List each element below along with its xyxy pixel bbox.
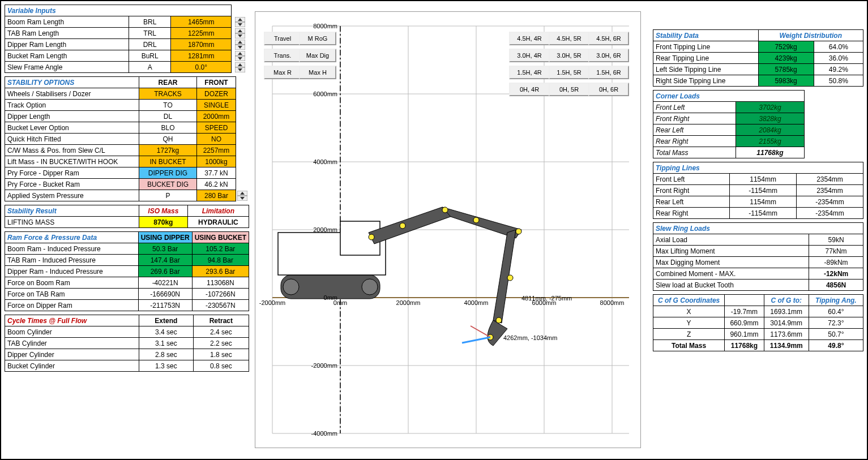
cg-a: 660.9mm	[725, 317, 764, 329]
so-rear[interactable]: TO	[139, 100, 197, 111]
svg-point-47	[369, 234, 374, 240]
excavator-diagram: 8000mm6000mm4000mm2000mm0mm-2000mm-4000m…	[255, 11, 641, 448]
cl-label: Front Right	[653, 113, 736, 124]
vi-value[interactable]: 1281mm	[171, 50, 232, 62]
cg-c: 50.7°	[809, 329, 863, 340]
diagram-position-button[interactable]: 1.5H, 4R	[509, 66, 550, 79]
cl-value: 2084kg	[736, 124, 805, 136]
tl-a: -1154mm	[730, 185, 797, 196]
vi-value[interactable]: 1870mm	[171, 39, 232, 50]
sr-value: 59kN	[809, 234, 863, 246]
so-rear[interactable]: TRACKS	[139, 88, 197, 100]
diagram-position-button[interactable]: 0H, 6R	[588, 83, 629, 96]
stability-data-table: Stability Data Weight Distribution Front…	[653, 29, 863, 87]
spinner-icon[interactable]	[235, 17, 245, 27]
rf-label: Force on Boom Ram	[5, 277, 139, 289]
so-front[interactable]: 2000mm	[196, 111, 236, 122]
diagram-position-button[interactable]: 4.5H, 4R	[509, 32, 550, 45]
sr-value: 77kNm	[809, 246, 863, 257]
cl-label: Front Left	[653, 102, 736, 113]
so-front[interactable]: 2257mm	[196, 145, 236, 156]
tl-b: -2354mm	[797, 208, 863, 219]
spinner-icon[interactable]	[235, 62, 245, 72]
diagram-position-button[interactable]: 0H, 5R	[549, 83, 589, 96]
spinner-icon[interactable]	[237, 191, 247, 201]
diagram-position-button[interactable]: 3.0H, 6R	[588, 49, 629, 62]
so-front[interactable]: 46.2 kN	[196, 179, 236, 190]
vi-label: Dipper Ram Length	[5, 39, 129, 50]
diagram-preset-button[interactable]: M RoG	[299, 32, 336, 45]
diagram-position-button[interactable]: 3.0H, 4R	[509, 49, 550, 62]
x-tick-label: 0mm	[333, 299, 347, 306]
diagram-position-button[interactable]: 4.5H, 5R	[549, 32, 589, 45]
rf-label: TAB Ram - Induced Pressure	[5, 255, 139, 266]
sd-pct: 49.2%	[814, 64, 863, 75]
so-label: Quick Hitch Fitted	[5, 134, 139, 145]
cg-label: Z	[653, 329, 725, 340]
so-rear[interactable]: DL	[139, 111, 197, 122]
vi-symbol: BuRL	[129, 50, 171, 62]
diagram-preset-button[interactable]: Max H	[299, 66, 336, 79]
diagram-preset-button[interactable]: Max R	[264, 66, 301, 79]
diagram-preset-button[interactable]: Max Dig	[299, 49, 336, 62]
so-rear[interactable]: 1727kg	[139, 145, 197, 156]
diagram-position-button[interactable]: 3.0H, 5R	[549, 49, 589, 62]
svg-point-40	[283, 279, 299, 295]
svg-point-48	[400, 223, 405, 229]
y-tick-label: 4000mm	[313, 158, 337, 165]
spinner-icon[interactable]	[235, 28, 245, 38]
x-tick-label: 8000mm	[600, 299, 625, 306]
variable-inputs-table: Variable Inputs Boom Ram LengthBRL1465mm…	[5, 5, 249, 73]
spinner-icon[interactable]	[235, 40, 245, 50]
so-front[interactable]: SPEED	[196, 122, 236, 134]
so-front[interactable]: NO	[196, 134, 236, 145]
ram-force-table: Ram Force & Pressure Data USING DIPPER U…	[5, 231, 249, 311]
diagram-annot-1: 4811mm, -275mm	[521, 295, 572, 302]
so-front[interactable]: 280 Bar	[196, 190, 236, 201]
sd-label: Right Side Tipping Line	[653, 75, 759, 87]
diagram-preset-button[interactable]: Travel	[264, 32, 301, 45]
svg-point-50	[473, 217, 479, 223]
spinner-icon[interactable]	[235, 51, 245, 61]
stability-options-table: STABILITY OPTIONS REAR FRONT Wheels / St…	[5, 76, 249, 201]
stability-options-title: STABILITY OPTIONS	[5, 77, 139, 88]
x-tick-label: -2000mm	[259, 299, 285, 306]
diagram-position-button[interactable]: 1.5H, 5R	[549, 66, 589, 79]
diagram-position-button[interactable]: 0H, 4R	[509, 83, 550, 96]
diagram-annot-2: 4262mm, -1034mm	[503, 334, 557, 341]
tl-label: Front Left	[653, 174, 730, 185]
rf-bucket: -107266N	[192, 289, 249, 300]
vi-value[interactable]: 0.0°	[171, 62, 232, 73]
svg-point-49	[442, 207, 448, 213]
tl-a: 1154mm	[730, 196, 797, 208]
so-front[interactable]: SINGLE	[196, 100, 236, 111]
rf-label: Force on Dipper Ram	[5, 300, 139, 311]
tl-a: -1154mm	[730, 208, 797, 219]
svg-point-53	[496, 317, 502, 323]
diagram-position-button[interactable]: 4.5H, 6R	[588, 32, 629, 45]
diagram-position-button[interactable]: 1.5H, 6R	[588, 66, 629, 79]
rf-label: Dipper Ram - Induced Pressure	[5, 266, 139, 277]
so-rear[interactable]: BUCKET DIG	[139, 179, 197, 190]
so-front[interactable]: DOZER	[196, 88, 236, 100]
rf-bucket: 293.6 Bar	[192, 266, 249, 277]
so-rear[interactable]: P	[139, 190, 197, 201]
so-rear[interactable]: BLO	[139, 122, 197, 134]
vi-symbol: DRL	[129, 39, 171, 50]
so-rear[interactable]: DIPPER DIG	[139, 167, 197, 179]
col-rear: REAR	[139, 77, 197, 88]
so-front[interactable]: 1000kg	[196, 156, 236, 167]
so-rear[interactable]: QH	[139, 134, 197, 145]
cycle-times-table: Cycle Times @ Full Flow Extend Retract B…	[5, 315, 249, 372]
svg-point-41	[362, 279, 378, 295]
cl-value: 3828kg	[736, 113, 805, 124]
so-front[interactable]: 37.7 kN	[196, 167, 236, 179]
sd-weight: 5785kg	[758, 64, 814, 75]
diagram-preset-button[interactable]: Trans.	[264, 49, 301, 62]
cg-b: 1134.9mm	[764, 340, 809, 351]
vi-value[interactable]: 1465mm	[171, 16, 232, 28]
so-label: Wheels / Stabilisers / Dozer	[5, 88, 139, 100]
so-rear[interactable]: IN BUCKET	[139, 156, 197, 167]
rf-dipper: -166690N	[138, 289, 192, 300]
vi-value[interactable]: 1225mm	[171, 28, 232, 39]
